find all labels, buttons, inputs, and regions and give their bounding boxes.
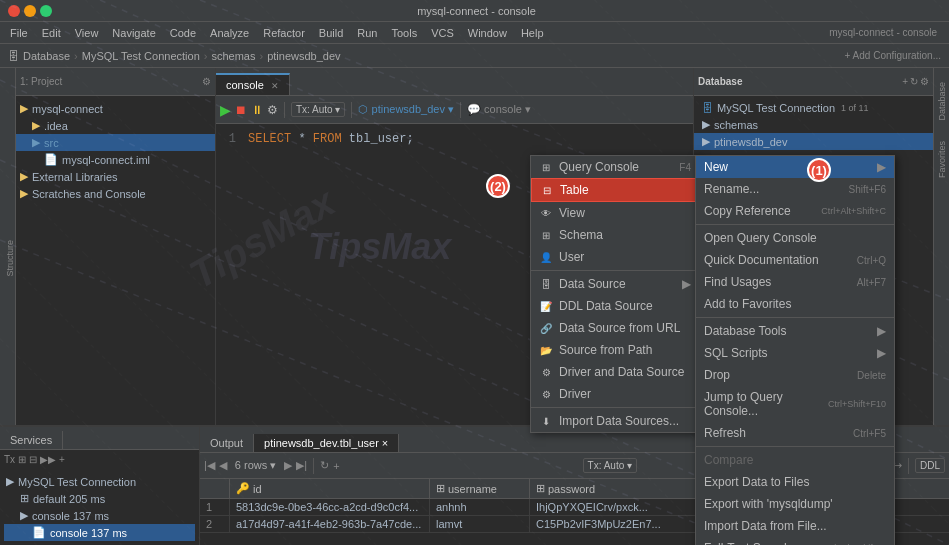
ctx-user[interactable]: 👤 User	[531, 246, 699, 268]
ctx-main-new[interactable]: New ▶	[696, 156, 894, 178]
menu-run[interactable]: Run	[351, 25, 383, 41]
bc-db[interactable]: ptinewsdb_dev	[267, 50, 340, 62]
ctx-main-fulltext[interactable]: Full-Text Search... Ctrl+Alt+Shift+F	[696, 537, 894, 545]
db-panel-label: Database	[698, 76, 742, 87]
menu-analyze[interactable]: Analyze	[204, 25, 255, 41]
shortcut: Ctrl+F5	[853, 428, 886, 439]
ctx-main-quick-doc[interactable]: Quick Documentation Ctrl+Q	[696, 249, 894, 271]
ctx-main-compare[interactable]: Compare	[696, 449, 894, 471]
svc-btn1[interactable]: Tx	[4, 454, 15, 465]
svc-connection[interactable]: ▶ MySQL Test Connection	[4, 473, 195, 490]
row-username[interactable]: anhnh	[430, 499, 530, 515]
th-id[interactable]: 🔑 id	[230, 479, 430, 498]
ctx-main-open-console[interactable]: Open Query Console	[696, 227, 894, 249]
tab-console[interactable]: console ✕	[216, 73, 290, 95]
menu-tools[interactable]: Tools	[385, 25, 423, 41]
ctx-driver[interactable]: ⚙ Driver	[531, 383, 699, 405]
add-config-btn[interactable]: + Add Configuration...	[845, 50, 941, 61]
tree-item-scratches[interactable]: ▶ Scratches and Console	[16, 185, 215, 202]
menu-help[interactable]: Help	[515, 25, 550, 41]
ctx-datasource-url[interactable]: 🔗 Data Source from URL	[531, 317, 699, 339]
bc-connection[interactable]: MySQL Test Connection	[82, 50, 200, 62]
ctx-main-add-favs[interactable]: Add to Favorites	[696, 293, 894, 315]
gear-icon[interactable]: ⚙	[202, 76, 211, 87]
run-button[interactable]: ▶	[220, 102, 231, 118]
schema-selector[interactable]: ⬡ ptinewsdb_dev ▾	[358, 103, 454, 116]
tab-tbl-user[interactable]: ptinewsdb_dev.tbl_user ×	[254, 434, 399, 452]
ctx-table[interactable]: ⊟ Table	[531, 178, 699, 202]
ctx-main-find-usages[interactable]: Find Usages Alt+F7	[696, 271, 894, 293]
db-gear-icon[interactable]: ⚙	[920, 76, 929, 87]
console-selector[interactable]: 💬 console ▾	[467, 103, 531, 116]
menu-navigate[interactable]: Navigate	[106, 25, 161, 41]
menu-build[interactable]: Build	[313, 25, 349, 41]
ctx-schema[interactable]: ⊞ Schema	[531, 224, 699, 246]
th-username[interactable]: ⊞ username	[430, 479, 530, 498]
db-add-icon[interactable]: +	[902, 76, 908, 87]
row-id[interactable]: a17d4d97-a41f-4eb2-963b-7a47cde...	[230, 516, 430, 532]
refresh-icon[interactable]: ↻	[320, 459, 329, 472]
menu-vcs[interactable]: VCS	[425, 25, 460, 41]
pause-button[interactable]: ⏸	[251, 103, 263, 117]
svc-default[interactable]: ⊞ default 205 ms	[4, 490, 195, 507]
tree-item-iml[interactable]: 📄 mysql-connect.iml	[16, 151, 215, 168]
tree-item-mysql-connect[interactable]: ▶ mysql-connect	[16, 100, 215, 117]
add-row-icon[interactable]: +	[333, 460, 339, 472]
ddl-btn[interactable]: DDL	[915, 458, 945, 473]
nav-first-icon[interactable]: |◀	[204, 459, 215, 472]
ctx-main-copy-ref[interactable]: Copy Reference Ctrl+Alt+Shift+C	[696, 200, 894, 222]
ctx-main-sql-scripts[interactable]: SQL Scripts ▶	[696, 342, 894, 364]
svc-btn5[interactable]: +	[59, 454, 65, 465]
svc-btn3[interactable]: ⊟	[29, 454, 37, 465]
arrow-icon: ▶	[877, 346, 886, 360]
ctx-main-export-dump[interactable]: Export with 'mysqldump'	[696, 493, 894, 515]
project-tab-label[interactable]: 1: Project	[20, 76, 62, 87]
tree-item-idea[interactable]: ▶ .idea	[16, 117, 215, 134]
db-ptinewsdb[interactable]: ▶ ptinewsdb_dev	[694, 133, 933, 150]
ctx-driver-datasource[interactable]: ⚙ Driver and Data Source	[531, 361, 699, 383]
tab-close-icon[interactable]: ✕	[271, 81, 279, 91]
ctx-datasource[interactable]: 🗄 Data Source ▶	[531, 273, 699, 295]
tab-services[interactable]: Services	[0, 431, 63, 449]
tab-output[interactable]: Output	[200, 434, 254, 452]
db-refresh-icon[interactable]: ↻	[910, 76, 918, 87]
settings-button[interactable]: ⚙	[267, 103, 278, 117]
bc-database[interactable]: Database	[23, 50, 70, 62]
svc-console-child[interactable]: 📄 console 137 ms	[4, 524, 195, 541]
ctx-main-import[interactable]: Import Data from File...	[696, 515, 894, 537]
nav-next-icon[interactable]: ▶	[284, 459, 292, 472]
menu-file[interactable]: File	[4, 25, 34, 41]
nav-last-icon[interactable]: ▶|	[296, 459, 307, 472]
tx-auto-badge[interactable]: Tx: Auto ▾	[583, 458, 637, 473]
tree-item-src[interactable]: ▶ src	[16, 134, 215, 151]
row-id[interactable]: 5813dc9e-0be3-46cc-a2cd-d9c0cf4...	[230, 499, 430, 515]
tree-item-ext-libs[interactable]: ▶ External Libraries	[16, 168, 215, 185]
ctx-import[interactable]: ⬇ Import Data Sources...	[531, 410, 699, 432]
menu-edit[interactable]: Edit	[36, 25, 67, 41]
ctx-ddl-datasource[interactable]: 📝 DDL Data Source	[531, 295, 699, 317]
svc-btn2[interactable]: ⊞	[18, 454, 26, 465]
ctx-view[interactable]: 👁 View	[531, 202, 699, 224]
menu-refactor[interactable]: Refactor	[257, 25, 311, 41]
nav-prev-icon[interactable]: ◀	[219, 459, 227, 472]
ctx-source-path[interactable]: 📂 Source from Path	[531, 339, 699, 361]
ctx-main-db-tools[interactable]: Database Tools ▶	[696, 320, 894, 342]
stop-button[interactable]: ⏹	[235, 103, 247, 117]
ctx-main-jump-console[interactable]: Jump to Query Console... Ctrl+Shift+F10	[696, 386, 894, 422]
db-schemas[interactable]: ▶ schemas	[694, 116, 933, 133]
row-username[interactable]: lamvt	[430, 516, 530, 532]
ctx-main-rename[interactable]: Rename... Shift+F6	[696, 178, 894, 200]
menu-window[interactable]: Window	[462, 25, 513, 41]
bc-schemas[interactable]: schemas	[211, 50, 255, 62]
ctx-main-drop[interactable]: Drop Delete	[696, 364, 894, 386]
svc-btn4[interactable]: ▶▶	[40, 454, 56, 465]
ctx-query-console[interactable]: ⊞ Query Console F4	[531, 156, 699, 178]
menu-view[interactable]: View	[69, 25, 105, 41]
ctx-main-refresh[interactable]: Refresh Ctrl+F5	[696, 422, 894, 444]
svc-console-parent[interactable]: ▶ console 137 ms	[4, 507, 195, 524]
tx-selector[interactable]: Tx: Auto ▾	[291, 102, 345, 117]
db-connection[interactable]: 🗄 MySQL Test Connection 1 of 11	[694, 100, 933, 116]
ctx-main-export-files[interactable]: Export Data to Files	[696, 471, 894, 493]
menu-code[interactable]: Code	[164, 25, 202, 41]
rows-selector[interactable]: 6 rows ▾	[231, 459, 280, 472]
